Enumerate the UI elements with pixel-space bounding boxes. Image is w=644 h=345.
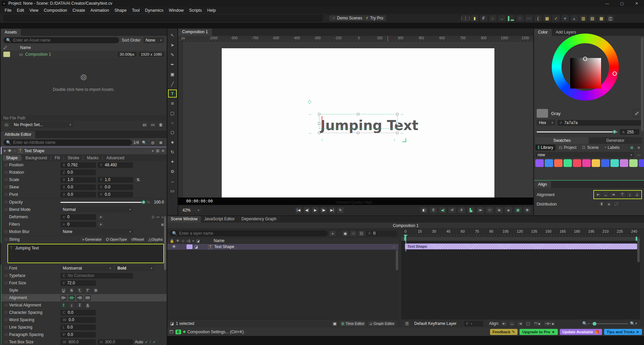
direct-select-tool[interactable]: ➤ bbox=[169, 42, 176, 48]
audio-icon[interactable]: ◁) bbox=[186, 239, 191, 243]
duplicate-icon[interactable]: ⧇ bbox=[504, 207, 513, 214]
menu-item-file[interactable]: File bbox=[2, 8, 14, 13]
distribute-h-button[interactable]: ⫴ bbox=[598, 201, 605, 207]
scale-y-field[interactable]: Y1.0 bbox=[98, 177, 133, 183]
font-weight-dropdown[interactable]: Bold▾ bbox=[115, 265, 155, 271]
opacity-value[interactable]: 100.0 bbox=[154, 200, 164, 205]
canvas-area[interactable]: Jumping Text ← → ← → ↓ ↓ ◇ 00:00:00:00 V… bbox=[178, 42, 533, 205]
tab-scene-window[interactable]: Scene Window bbox=[167, 216, 201, 223]
eye-icon[interactable]: 👁 bbox=[176, 239, 180, 243]
strikethrough-button[interactable]: S bbox=[68, 288, 75, 293]
kf-box-select-button[interactable]: ⬚ bbox=[525, 321, 531, 327]
source-scene-button[interactable]: 🗋Scene bbox=[580, 145, 601, 151]
handle-top-left[interactable] bbox=[318, 113, 320, 115]
align-center-v-button[interactable]: ↕ bbox=[627, 192, 633, 197]
menu-item-help[interactable]: Help bbox=[205, 8, 219, 13]
text-box-height-field[interactable]: H300.0 bbox=[98, 339, 133, 345]
lasso-tool[interactable]: ✎ bbox=[169, 51, 176, 58]
keyframe-layer-icon[interactable]: ☰ bbox=[404, 321, 410, 327]
menu-item-edit[interactable]: Edit bbox=[14, 8, 27, 13]
clear-icon[interactable]: ⊠ bbox=[158, 140, 164, 146]
scene-scrollbar[interactable] bbox=[396, 250, 398, 270]
saturation-value-square[interactable] bbox=[570, 58, 601, 89]
underline-button[interactable]: U bbox=[60, 288, 67, 293]
shape-tab-stroke[interactable]: Stroke bbox=[64, 155, 83, 161]
source-labels-button[interactable]: ◔Labels bbox=[602, 145, 622, 151]
add-layer-button[interactable]: ＋ bbox=[329, 231, 336, 236]
solo-circle-icon[interactable]: ○ bbox=[14, 149, 16, 153]
minimize-button[interactable]: — bbox=[600, 0, 614, 7]
asset-row-composition[interactable]: ▭ Composition 1 30.00fps 1920 x 1080 bbox=[1, 51, 167, 58]
timeline-scrollbar[interactable] bbox=[637, 239, 640, 262]
trash-icon[interactable]: 🗑 bbox=[158, 122, 164, 128]
menu-item-tool[interactable]: Tool bbox=[129, 8, 142, 13]
pivot-y-field[interactable]: Y0.0 bbox=[98, 192, 133, 197]
play-button[interactable]: ▶ bbox=[312, 207, 319, 214]
tab-assets[interactable]: Assets bbox=[1, 29, 21, 36]
new-window-icon[interactable]: ▭ bbox=[150, 122, 156, 128]
align-center-button[interactable] bbox=[68, 295, 75, 301]
color-panel-scrollbar[interactable] bbox=[641, 37, 643, 131]
camera-tool[interactable]: ▣ bbox=[169, 71, 176, 77]
deformer-list-icon[interactable]: ☰ bbox=[152, 215, 155, 219]
tab-swatches[interactable]: Swatches bbox=[535, 137, 589, 144]
subscript-button[interactable]: T, bbox=[76, 288, 83, 293]
blend-mode-dropdown[interactable]: Normal▾ bbox=[60, 207, 133, 213]
grid-snap-icon[interactable]: # bbox=[458, 207, 466, 214]
string-glyphs-button[interactable]: △ Glyphs bbox=[147, 237, 164, 242]
word-spacing-field[interactable]: W0.0 bbox=[60, 317, 96, 323]
menu-item-window[interactable]: Window bbox=[166, 8, 186, 13]
menu-item-shape[interactable]: Shape bbox=[112, 8, 129, 13]
swatch-3[interactable] bbox=[564, 159, 572, 167]
typeface-field[interactable]: CNo Connection bbox=[60, 273, 133, 279]
string-textarea[interactable]: T Jumping Text bbox=[7, 244, 164, 263]
distribute-grid-button[interactable]: ⋰ bbox=[613, 201, 620, 207]
zoom-in-icon[interactable]: 🔍+ bbox=[630, 321, 637, 326]
menu-item-scripts[interactable]: Scripts bbox=[186, 8, 205, 13]
color-mode-dropdown[interactable]: Hex▾ bbox=[537, 120, 555, 126]
swatch-2[interactable] bbox=[554, 159, 562, 167]
selection-box[interactable] bbox=[319, 114, 397, 129]
layer-color-chip[interactable] bbox=[186, 244, 193, 249]
align-stagger-icon[interactable]: ⫨ bbox=[570, 15, 578, 22]
grid-view-button[interactable]: ⊞ bbox=[629, 145, 635, 151]
go-to-end-button[interactable]: ▶| bbox=[328, 207, 336, 214]
rotate-tool[interactable]: ↻ bbox=[169, 149, 176, 155]
checker-icon[interactable]: ▩ bbox=[514, 207, 522, 214]
superscript-button[interactable]: T' bbox=[85, 288, 91, 293]
eyedropper-icon[interactable]: 🖉 bbox=[3, 45, 7, 50]
line-spacing-field[interactable]: L0.0 bbox=[60, 325, 96, 330]
valign-top-button[interactable]: ↥ bbox=[60, 302, 67, 308]
line-tool[interactable]: ╱ bbox=[169, 80, 176, 87]
tab-attribute-editor[interactable]: Attribute Editor bbox=[1, 131, 35, 138]
menu-item-create[interactable]: Create bbox=[70, 8, 88, 13]
swatch-5[interactable] bbox=[582, 159, 591, 167]
keyframe-layer-dropdown[interactable]: Default Keyframe Layer bbox=[412, 321, 462, 327]
composition-name[interactable]: Composition 1 bbox=[25, 52, 51, 57]
grid-icon[interactable]: ▦ bbox=[597, 15, 605, 22]
box-icon[interactable]: ◇ bbox=[182, 239, 184, 243]
cache-frames-value[interactable]: 0 bbox=[429, 207, 437, 214]
f-badge-icon[interactable]: F bbox=[480, 15, 488, 22]
string-opentype-button[interactable]: OOpenType bbox=[105, 237, 128, 242]
swatch-1[interactable] bbox=[545, 159, 553, 167]
swatch-0[interactable] bbox=[535, 159, 544, 167]
selection-arrow-left-bottom[interactable]: ← bbox=[308, 130, 313, 135]
viewport-tab-composition[interactable]: Composition 1 bbox=[178, 28, 212, 36]
character-spacing-field[interactable]: C0.0 bbox=[60, 310, 96, 315]
motion-path-icon[interactable]: ↺ bbox=[448, 207, 456, 214]
lock-icon[interactable]: 🔒 bbox=[170, 239, 174, 243]
fast-forward-icon[interactable]: ≫ bbox=[476, 207, 484, 214]
auto-width-check-icon[interactable]: ✓ bbox=[145, 340, 148, 344]
previous-frame-button[interactable]: ◀| bbox=[303, 207, 311, 214]
guides-icon[interactable]: ▙ bbox=[467, 207, 475, 214]
console-icon[interactable]: 🗔 bbox=[169, 330, 173, 334]
selection-arrow-right-bottom[interactable]: → bbox=[399, 130, 404, 135]
swatch-4[interactable] bbox=[573, 159, 581, 167]
brush-icon[interactable]: ◉ bbox=[342, 231, 348, 236]
pivot-x-field[interactable]: X0.0 bbox=[60, 192, 96, 197]
swatch-9[interactable] bbox=[620, 159, 628, 167]
align-center-h-button[interactable]: ↔ bbox=[602, 192, 609, 197]
handle-mid-left[interactable] bbox=[318, 122, 320, 125]
demo-scenes-button[interactable]: ⁘ Demo Scenes bbox=[329, 15, 366, 21]
